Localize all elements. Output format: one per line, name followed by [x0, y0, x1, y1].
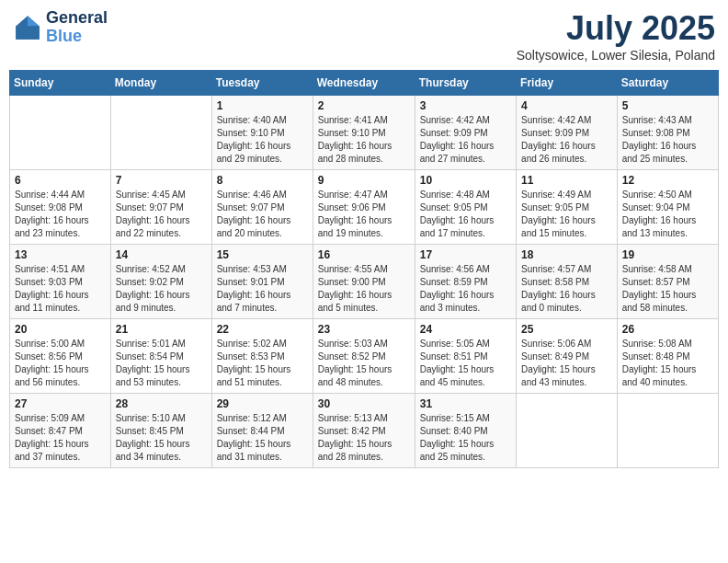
day-info: Sunrise: 4:48 AM Sunset: 9:05 PM Dayligh… — [420, 189, 511, 240]
day-info: Sunrise: 4:49 AM Sunset: 9:05 PM Dayligh… — [521, 189, 612, 240]
day-number: 22 — [217, 323, 308, 336]
month-title: July 2025 — [517, 9, 715, 48]
location-subtitle: Soltysowice, Lower Silesia, Poland — [517, 48, 715, 63]
calendar-day-cell: 31Sunrise: 5:15 AM Sunset: 8:40 PM Dayli… — [415, 394, 516, 468]
calendar-day-cell: 3Sunrise: 4:42 AM Sunset: 9:09 PM Daylig… — [415, 96, 516, 170]
day-info: Sunrise: 4:47 AM Sunset: 9:06 PM Dayligh… — [318, 189, 410, 240]
day-number: 4 — [521, 99, 612, 112]
day-number: 30 — [318, 397, 410, 410]
day-info: Sunrise: 4:58 AM Sunset: 8:57 PM Dayligh… — [622, 263, 713, 315]
day-number: 8 — [217, 174, 308, 187]
calendar-day-cell: 1Sunrise: 4:40 AM Sunset: 9:10 PM Daylig… — [211, 96, 313, 170]
calendar-day-cell: 6Sunrise: 4:44 AM Sunset: 9:08 PM Daylig… — [10, 170, 111, 245]
calendar-week-row: 1Sunrise: 4:40 AM Sunset: 9:10 PM Daylig… — [10, 96, 719, 170]
day-number: 10 — [420, 174, 511, 187]
day-info: Sunrise: 4:52 AM Sunset: 9:02 PM Dayligh… — [116, 263, 207, 315]
calendar-day-cell: 23Sunrise: 5:03 AM Sunset: 8:52 PM Dayli… — [313, 319, 415, 394]
calendar-day-cell: 19Sunrise: 4:58 AM Sunset: 8:57 PM Dayli… — [617, 245, 718, 319]
day-info: Sunrise: 4:50 AM Sunset: 9:04 PM Dayligh… — [622, 189, 713, 240]
day-info: Sunrise: 4:40 AM Sunset: 9:10 PM Dayligh… — [217, 114, 308, 166]
weekday-header: Friday — [517, 71, 618, 96]
calendar-day-cell: 7Sunrise: 4:45 AM Sunset: 9:07 PM Daylig… — [110, 170, 211, 245]
day-info: Sunrise: 5:12 AM Sunset: 8:44 PM Dayligh… — [217, 412, 308, 464]
weekday-header: Sunday — [10, 71, 111, 96]
logo-text: General Blue — [46, 9, 108, 46]
day-info: Sunrise: 5:10 AM Sunset: 8:45 PM Dayligh… — [116, 412, 207, 464]
day-info: Sunrise: 4:51 AM Sunset: 9:03 PM Dayligh… — [15, 263, 106, 315]
day-number: 12 — [622, 174, 713, 187]
day-number: 1 — [217, 99, 308, 112]
day-number: 16 — [318, 248, 410, 261]
day-info: Sunrise: 4:56 AM Sunset: 8:59 PM Dayligh… — [420, 263, 511, 315]
day-number: 27 — [15, 397, 106, 410]
calendar-day-cell: 21Sunrise: 5:01 AM Sunset: 8:54 PM Dayli… — [110, 319, 211, 394]
day-info: Sunrise: 4:42 AM Sunset: 9:09 PM Dayligh… — [420, 114, 511, 166]
day-info: Sunrise: 4:57 AM Sunset: 8:58 PM Dayligh… — [521, 263, 612, 315]
weekday-header: Monday — [110, 71, 211, 96]
day-info: Sunrise: 4:45 AM Sunset: 9:07 PM Dayligh… — [116, 189, 207, 240]
calendar-week-row: 20Sunrise: 5:00 AM Sunset: 8:56 PM Dayli… — [10, 319, 719, 394]
day-number: 3 — [420, 99, 511, 112]
day-number: 31 — [420, 397, 511, 410]
day-info: Sunrise: 4:53 AM Sunset: 9:01 PM Dayligh… — [217, 263, 308, 315]
calendar-day-cell: 15Sunrise: 4:53 AM Sunset: 9:01 PM Dayli… — [211, 245, 313, 319]
calendar-table: SundayMondayTuesdayWednesdayThursdayFrid… — [9, 70, 719, 468]
day-info: Sunrise: 5:05 AM Sunset: 8:51 PM Dayligh… — [420, 338, 511, 389]
weekday-header: Thursday — [415, 71, 516, 96]
calendar-day-cell: 26Sunrise: 5:08 AM Sunset: 8:48 PM Dayli… — [617, 319, 718, 394]
day-number: 2 — [318, 99, 410, 112]
day-number: 5 — [622, 99, 713, 112]
day-number: 15 — [217, 248, 308, 261]
day-number: 19 — [622, 248, 713, 261]
calendar-day-cell — [110, 96, 211, 170]
day-info: Sunrise: 5:09 AM Sunset: 8:47 PM Dayligh… — [15, 412, 106, 464]
day-number: 28 — [116, 397, 207, 410]
calendar-week-row: 13Sunrise: 4:51 AM Sunset: 9:03 PM Dayli… — [10, 245, 719, 319]
day-number: 26 — [622, 323, 713, 336]
calendar-day-cell: 29Sunrise: 5:12 AM Sunset: 8:44 PM Dayli… — [211, 394, 313, 468]
day-info: Sunrise: 4:43 AM Sunset: 9:08 PM Dayligh… — [622, 114, 713, 166]
day-number: 18 — [521, 248, 612, 261]
day-info: Sunrise: 4:41 AM Sunset: 9:10 PM Dayligh… — [318, 114, 410, 166]
day-number: 7 — [116, 174, 207, 187]
svg-rect-2 — [16, 26, 40, 39]
day-info: Sunrise: 5:06 AM Sunset: 8:49 PM Dayligh… — [521, 338, 612, 389]
day-info: Sunrise: 4:46 AM Sunset: 9:07 PM Dayligh… — [217, 189, 308, 240]
logo-icon — [13, 13, 42, 42]
calendar-day-cell — [617, 394, 718, 468]
calendar-day-cell: 12Sunrise: 4:50 AM Sunset: 9:04 PM Dayli… — [617, 170, 718, 245]
weekday-header: Wednesday — [313, 71, 415, 96]
day-number: 6 — [15, 174, 106, 187]
calendar-day-cell: 17Sunrise: 4:56 AM Sunset: 8:59 PM Dayli… — [415, 245, 516, 319]
title-block: July 2025 Soltysowice, Lower Silesia, Po… — [517, 9, 715, 63]
day-info: Sunrise: 5:15 AM Sunset: 8:40 PM Dayligh… — [420, 412, 511, 464]
day-number: 29 — [217, 397, 308, 410]
calendar-day-cell: 13Sunrise: 4:51 AM Sunset: 9:03 PM Dayli… — [10, 245, 111, 319]
day-info: Sunrise: 5:03 AM Sunset: 8:52 PM Dayligh… — [318, 338, 410, 389]
day-number: 25 — [521, 323, 612, 336]
calendar-day-cell — [517, 394, 618, 468]
weekday-header: Tuesday — [211, 71, 313, 96]
calendar-day-cell: 30Sunrise: 5:13 AM Sunset: 8:42 PM Dayli… — [313, 394, 415, 468]
calendar-day-cell: 16Sunrise: 4:55 AM Sunset: 9:00 PM Dayli… — [313, 245, 415, 319]
calendar-day-cell: 10Sunrise: 4:48 AM Sunset: 9:05 PM Dayli… — [415, 170, 516, 245]
day-info: Sunrise: 5:13 AM Sunset: 8:42 PM Dayligh… — [318, 412, 410, 464]
logo-line2: Blue — [46, 28, 108, 46]
calendar-week-row: 27Sunrise: 5:09 AM Sunset: 8:47 PM Dayli… — [10, 394, 719, 468]
day-number: 20 — [15, 323, 106, 336]
calendar-day-cell: 11Sunrise: 4:49 AM Sunset: 9:05 PM Dayli… — [517, 170, 618, 245]
day-number: 23 — [318, 323, 410, 336]
calendar-day-cell: 27Sunrise: 5:09 AM Sunset: 8:47 PM Dayli… — [10, 394, 111, 468]
calendar-day-cell: 24Sunrise: 5:05 AM Sunset: 8:51 PM Dayli… — [415, 319, 516, 394]
calendar-day-cell: 4Sunrise: 4:42 AM Sunset: 9:09 PM Daylig… — [517, 96, 618, 170]
calendar-week-row: 6Sunrise: 4:44 AM Sunset: 9:08 PM Daylig… — [10, 170, 719, 245]
calendar-day-cell: 5Sunrise: 4:43 AM Sunset: 9:08 PM Daylig… — [617, 96, 718, 170]
day-info: Sunrise: 4:44 AM Sunset: 9:08 PM Dayligh… — [15, 189, 106, 240]
logo: General Blue — [13, 9, 108, 46]
day-number: 14 — [116, 248, 207, 261]
day-number: 21 — [116, 323, 207, 336]
calendar-day-cell: 22Sunrise: 5:02 AM Sunset: 8:53 PM Dayli… — [211, 319, 313, 394]
calendar-day-cell: 2Sunrise: 4:41 AM Sunset: 9:10 PM Daylig… — [313, 96, 415, 170]
day-info: Sunrise: 4:55 AM Sunset: 9:00 PM Dayligh… — [318, 263, 410, 315]
calendar-day-cell: 14Sunrise: 4:52 AM Sunset: 9:02 PM Dayli… — [110, 245, 211, 319]
